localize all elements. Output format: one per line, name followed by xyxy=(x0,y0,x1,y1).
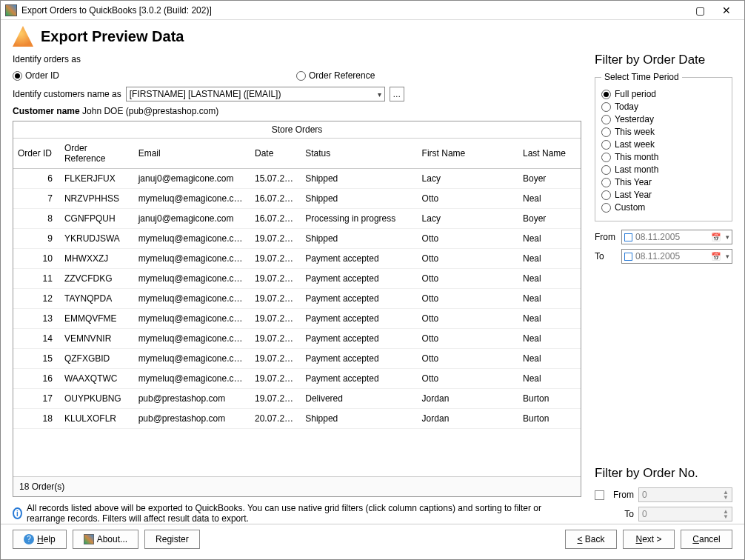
spinner-arrows-icon: ▲▼ xyxy=(723,509,729,519)
radio-unchecked-icon xyxy=(601,153,611,162)
next-button[interactable]: Next > xyxy=(623,530,675,549)
cell-email: mymeluq@emagicone.com xyxy=(134,369,250,389)
cell-email: mymeluq@emagicone.com xyxy=(134,229,250,249)
col-last-name[interactable]: Last Name xyxy=(518,139,581,169)
cancel-button[interactable]: Cancel xyxy=(681,530,732,549)
identify-orders-label: Identify orders as xyxy=(13,54,581,64)
date-to-input[interactable]: 08.11.2005 📅 ▾ xyxy=(621,249,732,264)
date-from-input[interactable]: 08.11.2005 📅 ▾ xyxy=(621,230,732,244)
cell-order-ref: MHWXXZJ xyxy=(60,249,134,269)
about-button[interactable]: About... xyxy=(73,530,138,549)
cell-date: 19.07.2021 xyxy=(250,289,301,309)
cell-last-name: Neal xyxy=(518,349,581,369)
time-period-option[interactable]: Custom xyxy=(601,202,726,213)
cell-order-id: 10 xyxy=(13,249,60,269)
cell-last-name: Neal xyxy=(518,329,581,349)
date-to-value: 08.11.2005 xyxy=(635,251,680,261)
help-button[interactable]: ? Help xyxy=(13,530,67,549)
orderno-to-input[interactable]: 0 ▲▼ xyxy=(638,507,732,521)
cell-email: mymeluq@emagicone.com xyxy=(134,189,250,209)
table-row[interactable]: 8CGNFPQUHjanuj0@emagicone.com16.07.2021P… xyxy=(13,209,581,229)
table-row[interactable]: 18KLULXOFLRpub@prestashop.com20.07.2021S… xyxy=(13,409,581,429)
cell-date: 19.07.2021 xyxy=(250,329,301,349)
col-date[interactable]: Date xyxy=(250,139,301,169)
cell-status: Payment accepted xyxy=(301,309,417,329)
cell-order-id: 9 xyxy=(13,229,60,249)
cell-first-name: Otto xyxy=(418,329,518,349)
cell-order-id: 7 xyxy=(13,189,60,209)
col-order-id[interactable]: Order ID xyxy=(13,139,60,169)
about-icon xyxy=(84,534,94,544)
identify-order-id-option[interactable]: Order ID xyxy=(13,70,59,81)
window-close-button[interactable]: ✕ xyxy=(713,2,740,19)
table-row[interactable]: 10MHWXXZJmymeluq@emagicone.com19.07.2021… xyxy=(13,249,581,269)
cell-date: 19.07.2021 xyxy=(250,309,301,329)
col-order-ref[interactable]: Order Reference xyxy=(60,139,134,169)
register-button[interactable]: Register xyxy=(144,530,200,549)
cell-last-name: Burton xyxy=(518,389,581,409)
table-row[interactable]: 11ZZVCFDKGmymeluq@emagicone.com19.07.202… xyxy=(13,269,581,289)
time-period-option[interactable]: Last week xyxy=(601,139,726,150)
customer-preview-label: Customer name xyxy=(13,106,80,116)
cell-date: 19.07.2021 xyxy=(250,249,301,269)
table-row[interactable]: 9YKRUDJSWAmymeluq@emagicone.com19.07.202… xyxy=(13,229,581,249)
cell-order-ref: CGNFPQUH xyxy=(60,209,134,229)
cell-status: Processing in progress xyxy=(301,209,417,229)
time-period-option[interactable]: Yesterday xyxy=(601,114,726,124)
time-period-option[interactable]: This Year xyxy=(601,177,726,187)
back-button[interactable]: < Back xyxy=(565,530,617,549)
time-period-option[interactable]: This month xyxy=(601,152,726,162)
identify-order-ref-option[interactable]: Order Reference xyxy=(296,70,375,81)
cell-last-name: Neal xyxy=(518,269,581,289)
cell-order-ref: FLKERJFUX xyxy=(60,169,134,189)
table-row[interactable]: 17OUYPKUBNGpub@prestashop.com19.07.2021D… xyxy=(13,389,581,409)
table-row[interactable]: 14VEMNVNIRmymeluq@emagicone.com19.07.202… xyxy=(13,329,581,349)
cell-status: Payment accepted xyxy=(301,349,417,369)
cell-date: 19.07.2021 xyxy=(250,269,301,289)
chevron-down-icon: ▾ xyxy=(378,90,381,99)
time-period-option-label: This Year xyxy=(615,177,652,187)
customers-name-edit-button[interactable]: … xyxy=(390,87,404,101)
time-period-option[interactable]: This week xyxy=(601,127,726,137)
cell-order-ref: WAAXQTWC xyxy=(60,369,134,389)
window-maximize-button[interactable]: ▢ xyxy=(686,2,713,19)
time-period-option[interactable]: Last Year xyxy=(601,190,726,200)
col-email[interactable]: Email xyxy=(134,139,250,169)
orderno-to-value: 0 xyxy=(642,509,647,519)
back-button-label: < Back xyxy=(577,534,604,544)
time-period-option-label: Full period xyxy=(615,89,656,99)
col-first-name[interactable]: First Name xyxy=(418,139,518,169)
time-period-option-label: Yesterday xyxy=(615,114,654,124)
cell-order-ref: YKRUDJSWA xyxy=(60,229,134,249)
cell-date: 15.07.2021 xyxy=(250,169,301,189)
table-row[interactable]: 7NRZVPHHSSmymeluq@emagicone.com16.07.202… xyxy=(13,189,581,209)
radio-unchecked-icon xyxy=(601,127,611,137)
table-row[interactable]: 12TAYNQPDAmymeluq@emagicone.com19.07.202… xyxy=(13,289,581,309)
table-row[interactable]: 6FLKERJFUXjanuj0@emagicone.com15.07.2021… xyxy=(13,169,581,189)
cell-order-ref: NRZVPHHSS xyxy=(60,189,134,209)
time-period-option[interactable]: Last month xyxy=(601,164,726,175)
time-period-option[interactable]: Today xyxy=(601,101,726,112)
table-row[interactable]: 13EMMQVFMEmymeluq@emagicone.com19.07.202… xyxy=(13,309,581,329)
orderno-from-checkbox[interactable] xyxy=(595,490,604,500)
table-row[interactable]: 16WAAXQTWCmymeluq@emagicone.com19.07.202… xyxy=(13,369,581,389)
time-period-option-label: Last Year xyxy=(615,190,652,200)
table-row[interactable]: 15QZFXGBIDmymeluq@emagicone.com19.07.202… xyxy=(13,349,581,369)
grid-header-row[interactable]: Order ID Order Reference Email Date Stat… xyxy=(13,139,581,169)
cell-order-ref: TAYNQPDA xyxy=(60,289,134,309)
customers-name-combo[interactable]: [FIRSTNAME] [LASTNAME] ([EMAIL]) ▾ xyxy=(126,87,385,101)
radio-unchecked-icon xyxy=(601,203,611,213)
info-text: All records listed above will be exporte… xyxy=(27,503,581,524)
time-period-option[interactable]: Full period xyxy=(601,89,726,99)
radio-checked-icon xyxy=(601,90,611,99)
cell-first-name: Otto xyxy=(418,349,518,369)
cell-status: Delivered xyxy=(301,389,417,409)
col-status[interactable]: Status xyxy=(301,139,417,169)
identify-order-id-label: Order ID xyxy=(25,70,59,81)
radio-unchecked-icon xyxy=(601,102,611,112)
checkbox-icon xyxy=(624,233,632,241)
cell-last-name: Neal xyxy=(518,289,581,309)
orderno-from-input[interactable]: 0 ▲▼ xyxy=(638,487,732,502)
cell-status: Payment accepted xyxy=(301,329,417,349)
help-button-label: Help xyxy=(37,534,56,544)
